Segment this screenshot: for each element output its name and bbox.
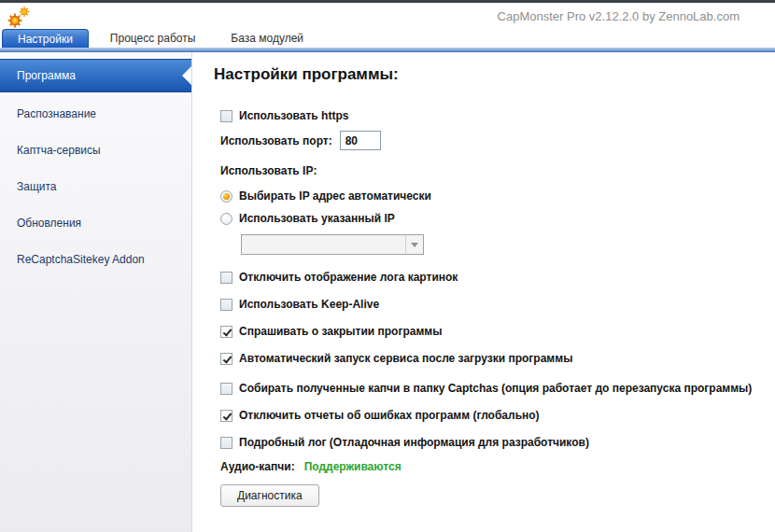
sidebar-item-label: Распознавание <box>17 107 96 120</box>
collect-captchas-checkbox[interactable] <box>220 383 232 395</box>
tab-label: Настройки <box>18 33 73 46</box>
tab-strip: Настройки Процесс работы База модулей <box>0 29 775 48</box>
autostart-service-label: Автоматический запуск сервиса после загр… <box>239 352 572 365</box>
keep-alive-label: Использовать Keep-Alive <box>239 298 379 311</box>
tab-module-base[interactable]: База модулей <box>217 29 317 48</box>
tab-work-process[interactable]: Процесс работы <box>96 29 209 48</box>
keep-alive-row[interactable]: Использовать Keep-Alive <box>220 298 775 311</box>
ip-address-dropdown[interactable] <box>241 234 424 255</box>
collect-captchas-row[interactable]: Собирать полученные капчи в папку Captch… <box>220 382 775 395</box>
port-input[interactable] <box>340 131 381 150</box>
ask-on-close-row[interactable]: Спрашивать о закрытии программы <box>220 325 775 338</box>
sidebar-item-recognition[interactable]: Распознавание <box>0 95 191 132</box>
page-title: Настройки программы: <box>214 65 775 84</box>
disable-error-reports-row[interactable]: Отключить отчеты об ошибках программ (гл… <box>220 409 775 422</box>
tab-settings[interactable]: Настройки <box>2 29 89 48</box>
verbose-log-label: Подробный лог (Отладочная информация для… <box>239 436 589 449</box>
keep-alive-checkbox[interactable] <box>220 299 232 311</box>
autostart-service-checkbox[interactable] <box>220 353 232 365</box>
dropdown-button[interactable] <box>405 235 423 254</box>
ip-manual-radio-label: Использовать указанный IP <box>239 212 395 225</box>
ip-label-row: Использовать IP: <box>220 164 775 177</box>
disable-image-log-checkbox[interactable] <box>220 272 232 284</box>
audio-captcha-row: Аудио-капчи: Поддерживаются <box>220 460 775 473</box>
app-window: CapMonster Pro v2.12.2.0 by ZennoLab.com… <box>0 0 775 532</box>
collect-captchas-label: Собирать полученные капчи в папку Captch… <box>239 382 752 395</box>
sidebar-item-label: Каптча-сервисы <box>17 144 101 157</box>
sidebar-item-label: Защита <box>17 180 57 193</box>
port-label: Использовать порт: <box>220 134 332 147</box>
ip-auto-radio-row[interactable]: Выбирать IP адрес автоматически <box>220 189 775 203</box>
port-row: Использовать порт: <box>220 131 775 150</box>
disable-error-reports-label: Отключить отчеты об ошибках программ (гл… <box>239 409 540 422</box>
settings-panel: Настройки программы: Использовать https … <box>192 52 775 532</box>
sidebar-item-captcha-services[interactable]: Каптча-сервисы <box>0 132 191 168</box>
sidebar-item-protection[interactable]: Защита <box>0 168 191 204</box>
audio-captcha-status: Поддерживаются <box>304 460 402 473</box>
https-checkbox[interactable] <box>220 110 232 122</box>
https-checkbox-row[interactable]: Использовать https <box>220 109 775 122</box>
sidebar-item-label: Программа <box>17 69 76 82</box>
ip-label: Использовать IP: <box>220 164 317 177</box>
ip-manual-radio-row[interactable]: Использовать указанный IP <box>220 212 775 225</box>
sidebar-item-recaptcha-sitekey-addon[interactable]: ReCaptchaSitekey Addon <box>0 241 191 277</box>
ask-on-close-checkbox[interactable] <box>220 326 232 338</box>
disable-image-log-label: Отключить отображение лога картинок <box>239 271 458 284</box>
tab-label: Процесс работы <box>110 32 195 45</box>
ip-manual-radio[interactable] <box>220 213 232 225</box>
settings-sidebar: Программа Распознавание Каптча-сервисы З… <box>0 52 192 532</box>
sidebar-item-label: Обновления <box>17 217 81 230</box>
disable-error-reports-checkbox[interactable] <box>220 410 232 422</box>
chevron-down-icon <box>411 243 418 247</box>
ip-combo-row <box>220 234 775 255</box>
title-bar: CapMonster Pro v2.12.2.0 by ZennoLab.com <box>0 3 775 29</box>
audio-captcha-label: Аудио-капчи: <box>220 460 295 473</box>
gears-icon <box>6 5 32 29</box>
sidebar-item-label: ReCaptchaSitekey Addon <box>17 253 145 266</box>
autostart-service-row[interactable]: Автоматический запуск сервиса после загр… <box>220 352 775 365</box>
sidebar-item-program[interactable]: Программа <box>0 59 191 92</box>
ip-auto-radio[interactable] <box>220 190 232 203</box>
window-title: CapMonster Pro v2.12.2.0 by ZennoLab.com <box>498 9 740 23</box>
ip-auto-radio-label: Выбирать IP адрес автоматически <box>239 189 431 203</box>
disable-image-log-row[interactable]: Отключить отображение лога картинок <box>220 271 775 284</box>
https-checkbox-label: Использовать https <box>239 109 348 122</box>
tab-label: База модулей <box>231 32 303 45</box>
verbose-log-row[interactable]: Подробный лог (Отладочная информация для… <box>220 436 775 449</box>
verbose-log-checkbox[interactable] <box>220 437 232 449</box>
ask-on-close-label: Спрашивать о закрытии программы <box>239 325 442 338</box>
sidebar-item-updates[interactable]: Обновления <box>0 204 191 241</box>
diagnostics-button[interactable]: Диагностика <box>220 484 319 507</box>
